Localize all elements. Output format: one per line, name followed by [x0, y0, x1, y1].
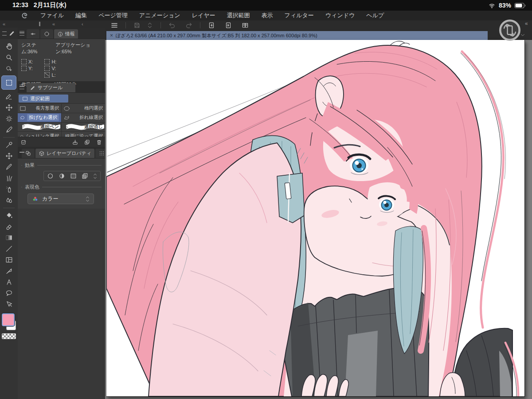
date: 2月11日(水): [34, 1, 66, 9]
canvas-viewport[interactable]: [105, 40, 532, 399]
system-usage: システム:36%: [21, 42, 49, 55]
redo-icon[interactable]: [185, 21, 193, 29]
tool-flow-select[interactable]: [2, 299, 16, 309]
layer-property-panel: 効果 表現色 カラー: [18, 158, 105, 209]
tool-pen[interactable]: [2, 125, 16, 135]
clock: 12:33: [12, 1, 28, 9]
expand-icon[interactable]: [146, 21, 153, 29]
info-panel-tabs: 情報: [18, 28, 105, 39]
subtool-selection-pen[interactable]: 選択ペン: [18, 122, 61, 131]
expression-color-select[interactable]: カラー: [27, 194, 94, 204]
subtool-ellipse-select[interactable]: 楕円選択: [62, 104, 105, 113]
application-usage: アプリケーション:65%: [55, 42, 102, 55]
halftone-dots-icon[interactable]: [70, 172, 77, 180]
panel-column: 情報 システム:36% アプリケーション:65% X: Y: H: V: L:: [18, 28, 105, 399]
tool-operate[interactable]: [2, 63, 16, 74]
clip-studio-paint-logo[interactable]: [20, 12, 29, 20]
collapse-toolbar-button[interactable]: «: [3, 20, 5, 28]
tool-eraser[interactable]: [2, 221, 16, 232]
tool-airbrush[interactable]: [2, 184, 16, 194]
panel-collapse-strip: « « ‹: [0, 20, 105, 28]
panel-menu-icon[interactable]: [20, 31, 24, 36]
trash-icon[interactable]: [96, 139, 102, 146]
cube-icon: [39, 150, 45, 157]
menu-layer[interactable]: レイヤー: [192, 12, 215, 20]
foreground-color-swatch[interactable]: [2, 313, 15, 326]
chevron-down-icon[interactable]: [93, 176, 98, 180]
hamburger-icon[interactable]: [2, 32, 7, 36]
menu-page-manage[interactable]: ページ管理: [98, 12, 128, 20]
size-h-label: H:: [51, 59, 56, 64]
menu-view[interactable]: 表示: [262, 12, 273, 20]
menu-help[interactable]: ヘルプ: [366, 12, 384, 20]
tool-figure[interactable]: [2, 244, 16, 254]
tab-tool-property[interactable]: [27, 29, 39, 39]
menu-file[interactable]: ファイル: [40, 12, 64, 20]
effect-icon-row: [43, 171, 101, 181]
tool-selection-marquee[interactable]: [1, 75, 16, 90]
tab-subview[interactable]: [40, 29, 53, 39]
panel-back-button[interactable]: ‹: [82, 20, 83, 28]
menu-selection[interactable]: 選択範囲: [227, 12, 250, 20]
tool-selection-pen[interactable]: [2, 91, 16, 102]
tool-text[interactable]: [2, 277, 16, 287]
duplicate-icon[interactable]: [84, 139, 90, 146]
document-tab[interactable]: × ぼざろ2 63/66 (A4 210.00 x 297.00mm 製本サイズ…: [106, 31, 488, 40]
tone-effect-icon[interactable]: [58, 172, 66, 180]
subtool-group-selection[interactable]: 選択範囲: [19, 95, 68, 103]
collapse-right-button[interactable]: «: [525, 20, 528, 27]
import-icon[interactable]: [72, 139, 78, 146]
tool-auto-select[interactable]: [2, 114, 16, 124]
canvas-rotate-reset-icon[interactable]: [498, 19, 521, 42]
canvas-page[interactable]: [106, 40, 525, 397]
layer-color-icon[interactable]: [81, 172, 89, 180]
subtool-selection-erase[interactable]: 選択消し: [62, 122, 105, 131]
menu-filter[interactable]: フィルター: [285, 12, 314, 20]
spread-view-icon[interactable]: [241, 21, 249, 29]
tab-layer-mask[interactable]: [22, 149, 35, 158]
tab-subtool[interactable]: サブツール: [27, 83, 75, 92]
tool-layer-move[interactable]: [2, 151, 16, 161]
tool-zoom[interactable]: [2, 52, 16, 63]
tool-eyedropper[interactable]: [2, 140, 16, 150]
tool-blend[interactable]: [2, 195, 16, 205]
undo-icon[interactable]: [168, 21, 176, 29]
tab-layer-property[interactable]: レイヤープロパティ: [35, 149, 94, 158]
subtool-lasso-select[interactable]: 投げなわ選択: [18, 113, 61, 122]
subtool-polyline-select[interactable]: 折れ線選択: [62, 113, 105, 122]
menu-window[interactable]: ウィンドウ: [325, 12, 355, 20]
tool-hand[interactable]: [2, 41, 16, 51]
panel-drag-handle[interactable]: [39, 22, 40, 26]
tab-info[interactable]: 情報: [54, 29, 78, 39]
subtool-shrink-select[interactable]: シュリンク選択: [18, 132, 61, 137]
document-tab-bar: × ぼざろ2 63/66 (A4 210.00 x 297.00mm 製本サイズ…: [105, 30, 532, 40]
chevron-up-icon[interactable]: [93, 173, 98, 176]
menu-animation[interactable]: アニメーション: [139, 12, 180, 20]
subtool-rect-select[interactable]: 長方形選択: [18, 104, 61, 113]
transparent-color-swatch[interactable]: [2, 333, 16, 339]
tool-balloon[interactable]: [2, 288, 16, 298]
prev-page-icon[interactable]: [207, 21, 215, 29]
size-icon: [44, 66, 50, 71]
canvas-artwork: [106, 40, 524, 396]
tool-strip-header[interactable]: [0, 28, 18, 39]
wifi-icon: [488, 2, 496, 9]
tab-list-chevron-icon[interactable]: [520, 32, 526, 38]
tool-decoration[interactable]: [2, 173, 16, 183]
hamburger-icon[interactable]: [110, 21, 118, 29]
tool-move[interactable]: [2, 103, 16, 113]
subtool-follow-lineart-select[interactable]: 線画に沿って選択: [62, 132, 105, 137]
border-effect-icon[interactable]: [47, 172, 54, 180]
tool-frame-border[interactable]: [2, 255, 16, 265]
settings-check-icon[interactable]: [20, 139, 27, 146]
close-tab-icon[interactable]: ×: [110, 32, 113, 39]
tool-polyline[interactable]: [2, 266, 16, 276]
tool-gradient[interactable]: [2, 233, 16, 243]
save-icon[interactable]: [133, 21, 141, 29]
collapse-panel-button[interactable]: «: [52, 20, 55, 28]
next-page-icon[interactable]: [224, 21, 232, 29]
menu-edit[interactable]: 編集: [75, 12, 87, 20]
tool-brush[interactable]: [2, 162, 16, 172]
panel-menu-icon[interactable]: [20, 85, 24, 89]
tool-fill[interactable]: [2, 210, 16, 221]
